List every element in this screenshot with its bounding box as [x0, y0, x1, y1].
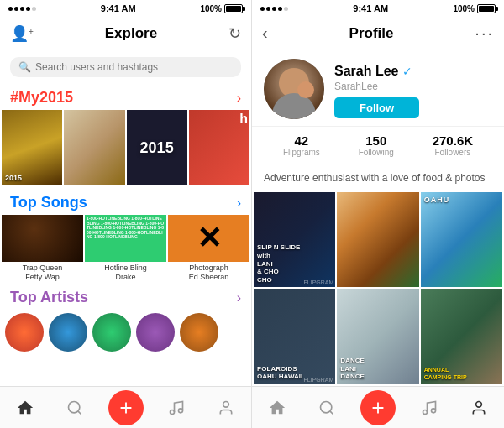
right-top-nav: ‹ Profile ···	[252, 17, 504, 50]
more-menu-icon[interactable]: ···	[475, 23, 494, 43]
right-battery-icon	[477, 4, 496, 13]
artist-3[interactable]	[92, 313, 131, 352]
song-1-artist: Fetty Wap	[25, 273, 60, 281]
right-status-bar: 9:41 AM 100%	[252, 0, 504, 17]
signal-dot-empty	[284, 7, 288, 11]
flipgram-tag2: FLIPGRAM	[304, 377, 334, 383]
svg-point-1	[171, 410, 175, 414]
songs-grid: Trap Queen Fetty Wap 1-800-HOTLINEBLING …	[2, 215, 249, 282]
photo-6-label: ANNUALCAMPING TRIP	[424, 367, 467, 381]
refresh-icon[interactable]: ↻	[228, 24, 241, 43]
signal-dot	[260, 7, 265, 11]
svg-point-0	[68, 401, 79, 412]
artist-5[interactable]	[180, 313, 218, 352]
artist-2[interactable]	[49, 313, 87, 352]
song-3-caption: Photograph Ed Sheeran	[168, 264, 249, 282]
song-col-3[interactable]: ✕ Photograph Ed Sheeran	[168, 215, 249, 282]
right-signal	[260, 7, 288, 11]
right-bottom-nav	[252, 386, 504, 428]
left-battery: 100%	[200, 4, 243, 13]
battery-pct: 100%	[200, 4, 222, 13]
my2015-chevron[interactable]: ›	[237, 91, 241, 106]
left-status-bar: 9:41 AM 100%	[0, 0, 251, 17]
song-2-title: Hotline Bling	[104, 264, 147, 272]
home-icon	[16, 399, 34, 417]
song-col-2[interactable]: 1-800-HOTLINEBLING 1-800-HOTLINEBLING 1-…	[85, 215, 166, 282]
right-plus-icon	[369, 399, 387, 417]
profile-nav-btn[interactable]	[202, 399, 251, 416]
search-input[interactable]	[35, 61, 233, 73]
followers-count: 270.6K	[433, 133, 473, 148]
plus-icon	[117, 399, 135, 417]
follow-button[interactable]: Follow	[334, 97, 419, 118]
following-label: Following	[359, 148, 394, 157]
my2015-title: #My2015	[10, 89, 73, 107]
photo-grid: SLIP N SLIDEwithLANI& CHOCHO FLIPGRAM OA…	[252, 192, 504, 386]
svg-point-4	[321, 401, 332, 412]
my2015-thumb-4[interactable]: h	[189, 110, 249, 185]
svg-point-6	[431, 408, 435, 412]
x-icon: ✕	[197, 223, 222, 253]
my2015-thumb-3[interactable]: 2015	[127, 110, 187, 185]
photo-cell-4[interactable]: POLAROIDSOAHU HAWAII FLIPGRAM	[254, 289, 335, 384]
followers-label: Followers	[433, 148, 473, 157]
flipgrams-label: Flipgrams	[283, 148, 320, 157]
user-handle: SarahLee	[334, 81, 492, 92]
name-row: Sarah Lee ✓	[334, 64, 492, 79]
user-icon	[218, 399, 234, 416]
verified-badge-icon: ✓	[402, 65, 412, 78]
top-artists-chevron[interactable]: ›	[237, 290, 241, 305]
create-nav-btn[interactable]	[108, 390, 144, 425]
song-2-artist: Drake	[115, 273, 135, 281]
right-search-btn[interactable]	[302, 399, 353, 416]
photo-cell-1[interactable]: SLIP N SLIDEwithLANI& CHOCHO FLIPGRAM	[254, 192, 335, 288]
profile-title: Profile	[349, 25, 394, 42]
photograph-thumb[interactable]: ✕	[168, 215, 249, 262]
signal-dot	[278, 7, 282, 11]
music-nav-btn[interactable]	[152, 399, 202, 416]
search-bar[interactable]: 🔍	[10, 57, 241, 77]
trap-queen-thumb[interactable]	[2, 215, 83, 262]
my2015-thumb-2[interactable]	[64, 110, 124, 185]
song-3-artist: Ed Sheeran	[189, 273, 229, 281]
top-songs-chevron[interactable]: ›	[237, 196, 241, 211]
right-profile-btn[interactable]	[454, 399, 505, 416]
back-icon[interactable]: ‹	[262, 23, 268, 43]
following-count: 150	[359, 133, 394, 148]
hotline-bling-thumb[interactable]: 1-800-HOTLINEBLING 1-800-HOTLINEBLING 1-…	[85, 215, 166, 262]
year-label: 2015	[5, 174, 22, 182]
song-1-title: Trap Queen	[23, 264, 63, 272]
top-artists-section-header: Top Artists ›	[0, 284, 251, 310]
flipgram-tag: FLIPGRAM	[304, 279, 334, 285]
avatar-baby	[297, 81, 314, 98]
song-col-1[interactable]: Trap Queen Fetty Wap	[2, 215, 83, 282]
profile-header: Sarah Lee ✓ SarahLee Follow	[252, 50, 504, 126]
right-battery-pct: 100%	[453, 4, 475, 13]
add-user-icon[interactable]: 👤+	[10, 24, 34, 43]
photo-cell-3[interactable]: OAHU	[421, 192, 502, 288]
my2015-thumb-1[interactable]: 2015	[2, 110, 62, 185]
right-search-icon	[318, 399, 335, 416]
artist-4[interactable]	[136, 313, 175, 352]
photo-cell-2[interactable]	[337, 192, 418, 288]
battery-icon	[224, 4, 243, 13]
right-create-btn[interactable]	[360, 390, 396, 425]
right-panel: 9:41 AM 100% ‹ Profile ··· Sarah Lee ✓ S…	[252, 0, 504, 428]
search-nav-icon	[66, 399, 83, 416]
song-1-caption: Trap Queen Fetty Wap	[2, 264, 83, 282]
right-user-icon	[470, 399, 487, 416]
artist-1[interactable]	[5, 313, 44, 352]
photo-cell-5[interactable]: DANCELANIDANCE	[337, 289, 418, 384]
flipgrams-stat: 42 Flipgrams	[283, 133, 320, 157]
photo-cell-6[interactable]: ANNUALCAMPING TRIP	[421, 289, 502, 384]
home-nav-btn[interactable]	[0, 399, 50, 417]
svg-point-5	[423, 410, 427, 414]
right-home-btn[interactable]	[252, 399, 302, 417]
following-stat: 150 Following	[359, 133, 394, 157]
song-2-caption: Hotline Bling Drake	[85, 264, 166, 282]
profile-info: Sarah Lee ✓ SarahLee Follow	[334, 59, 492, 118]
songs-section: Trap Queen Fetty Wap 1-800-HOTLINEBLING …	[0, 215, 251, 282]
svg-point-7	[476, 401, 482, 407]
search-nav-btn[interactable]	[50, 399, 99, 416]
right-music-btn[interactable]	[404, 399, 454, 416]
